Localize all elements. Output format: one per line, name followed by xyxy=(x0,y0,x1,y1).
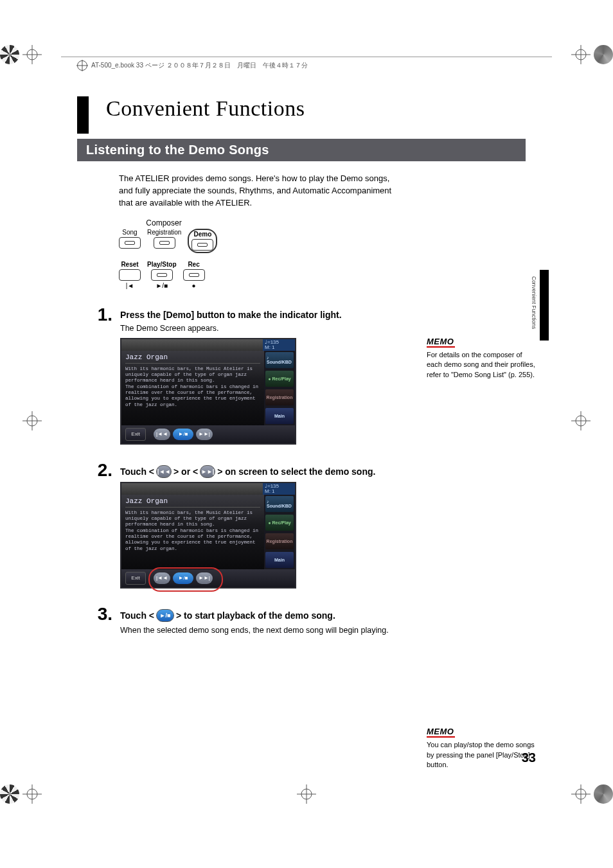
registration-mark xyxy=(571,784,591,804)
transport-panel-diagram: Reset |◄ Play/Stop ►/■ Rec ● xyxy=(119,261,405,289)
play-stop-icon: ►/■ xyxy=(155,282,168,289)
print-mark-bw xyxy=(0,45,19,64)
sound-kbd-tab[interactable]: ♪ Sound/KBD xyxy=(265,496,294,512)
play-stop-icon[interactable]: ►/■ xyxy=(173,429,193,440)
step-heading: Touch < |◄◄ > or < ►►| > on screen to se… xyxy=(120,465,405,478)
demo-song-description: With its harmonic bars, the Music Atelie… xyxy=(125,510,260,553)
memo-text: For details on the composer of each demo… xyxy=(427,350,536,380)
panel-btn-label: Registration xyxy=(147,229,181,236)
content-area: Convenient Functions Listening to the De… xyxy=(77,96,536,791)
print-mark-color xyxy=(594,45,613,64)
step-number: 1. xyxy=(77,306,120,324)
step-body: Touch < ►/■ > to start playback of the d… xyxy=(120,605,405,640)
chapter-thumb-tab xyxy=(540,270,549,341)
chapter-title: Convenient Functions xyxy=(106,96,536,121)
section-heading: Listening to the Demo Songs xyxy=(77,139,526,161)
step-heading: Press the [Demo] button to make the indi… xyxy=(120,310,405,320)
reset-button xyxy=(119,269,141,281)
page-number: 33 xyxy=(522,750,536,765)
registration-mark xyxy=(571,411,591,430)
composer-panel-diagram: Composer Song Registration Demo xyxy=(119,218,405,253)
demo-screen: ♩=135M: 1 Jazz Organ With its harmonic b… xyxy=(120,482,296,589)
memo-block: MEMO For details on the composer of each… xyxy=(427,337,536,380)
reset-icon: |◄ xyxy=(126,282,134,289)
step: 3.Touch < ►/■ > to start playback of the… xyxy=(77,605,405,640)
chapter-title-ornament xyxy=(77,96,89,134)
registration-tab[interactable]: Registration xyxy=(265,533,294,549)
prev-song-icon[interactable]: |◄◄ xyxy=(154,429,170,440)
main-tab[interactable]: Main xyxy=(265,552,294,568)
registration-mark xyxy=(22,45,42,64)
memo-label: MEMO xyxy=(427,337,455,348)
exit-button[interactable]: Exit xyxy=(125,572,146,585)
prev-icon: |◄◄ xyxy=(156,465,172,478)
sound-kbd-tab[interactable]: ♪ Sound/KBD xyxy=(265,352,294,368)
tempo-display: ♩=135M: 1 xyxy=(263,339,295,351)
memo-text: You can play/stop the demo songs by pres… xyxy=(427,740,536,770)
registration-mark xyxy=(22,784,42,804)
registration-tab[interactable]: Registration xyxy=(265,389,294,405)
memo-label: MEMO xyxy=(427,727,455,738)
panel-btn-label: Reset xyxy=(121,261,138,268)
step: 2.Touch < |◄◄ > or < ►►| > on screen to … xyxy=(77,461,405,589)
page: AT-500_e.book 33 ページ ２００８年７月２８日 月曜日 午後４時… xyxy=(0,0,613,868)
rec-button xyxy=(183,269,205,281)
exit-button[interactable]: Exit xyxy=(125,428,146,441)
next-song-icon[interactable]: ►►| xyxy=(196,429,213,440)
panel-btn-label: Rec xyxy=(188,261,199,268)
main-tab[interactable]: Main xyxy=(265,408,294,424)
step-body: Press the [Demo] button to make the indi… xyxy=(120,306,405,445)
trim-line xyxy=(61,57,552,57)
next-icon: ►►| xyxy=(200,465,215,478)
memo-block: MEMO You can play/stop the demo songs by… xyxy=(427,727,536,770)
panel-group-label: Composer xyxy=(119,218,209,227)
tempo-display: ♩=135M: 1 xyxy=(263,483,295,495)
song-button xyxy=(119,237,141,249)
step-subtext: When the selected demo song ends, the ne… xyxy=(120,626,405,635)
step-heading: Touch < ►/■ > to start playback of the d… xyxy=(120,609,405,622)
registration-mark xyxy=(22,411,42,430)
panel-btn-label: Song xyxy=(122,229,137,236)
step-subtext: The Demo Screen appears. xyxy=(120,324,405,333)
side-column: MEMO For details on the composer of each… xyxy=(427,337,536,808)
main-column: The ATELIER provides demo songs. Here's … xyxy=(77,173,405,640)
step: 1.Press the [Demo] button to make the in… xyxy=(77,306,405,445)
document-source-line: AT-500_e.book 33 ページ ２００８年７月２８日 月曜日 午後４時… xyxy=(77,60,308,71)
rec-play-tab[interactable]: ● Rec/Play xyxy=(265,371,294,387)
demo-song-description: With its harmonic bars, the Music Atelie… xyxy=(125,366,260,409)
demo-screen: ♩=135M: 1 Jazz Organ With its harmonic b… xyxy=(120,338,296,445)
rec-icon: ● xyxy=(192,282,196,289)
play-stop-button xyxy=(151,269,173,281)
registration-button xyxy=(154,237,175,249)
demo-song-title: Jazz Organ xyxy=(125,497,260,508)
demo-button xyxy=(191,239,213,251)
play-icon: ►/■ xyxy=(156,609,174,622)
panel-btn-label: Play/Stop xyxy=(147,261,177,268)
registration-mark xyxy=(571,45,591,64)
step-number: 3. xyxy=(77,605,120,623)
step-number: 2. xyxy=(77,461,120,479)
print-mark-bw xyxy=(0,784,19,804)
demo-song-title: Jazz Organ xyxy=(125,353,260,364)
rec-play-tab[interactable]: ● Rec/Play xyxy=(265,515,294,531)
print-mark-color xyxy=(594,784,613,804)
step-body: Touch < |◄◄ > or < ►►| > on screen to se… xyxy=(120,461,405,589)
intro-paragraph: The ATELIER provides demo songs. Here's … xyxy=(119,173,395,209)
panel-btn-label: Demo xyxy=(193,231,211,238)
